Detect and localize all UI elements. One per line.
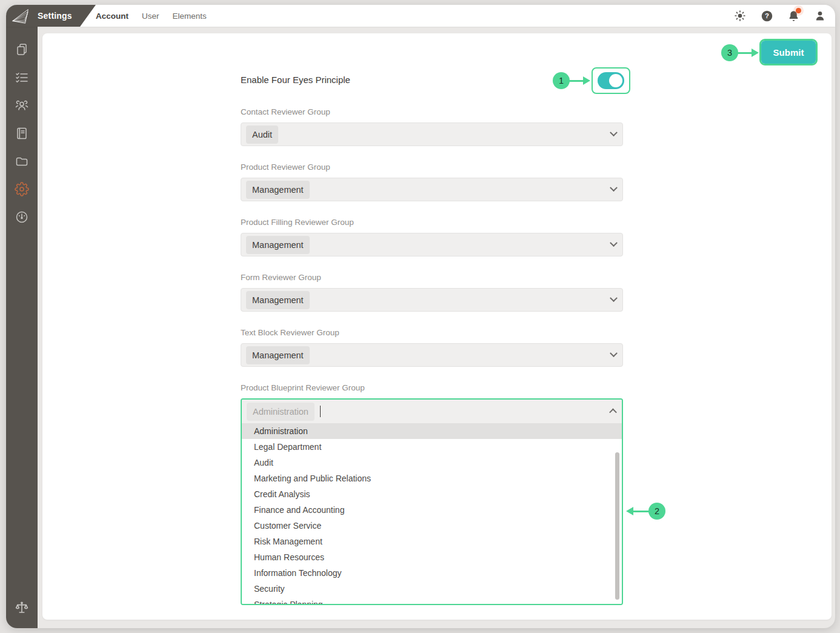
settings-form: Contact Reviewer Group Audit Product Rev…	[241, 107, 623, 620]
field-label: Text Block Reviewer Group	[241, 328, 623, 337]
svg-text:?: ?	[765, 12, 769, 19]
settings-badge-label: Settings	[38, 11, 72, 21]
chevron-up-icon	[609, 409, 617, 417]
dropdown-scrollbar[interactable]	[615, 452, 619, 600]
settings-gear-icon[interactable]	[14, 181, 30, 197]
user-avatar-icon[interactable]	[813, 9, 827, 22]
annotation-arrow-line-2	[633, 511, 650, 512]
dropdown-option[interactable]: Security	[242, 581, 622, 597]
toggle-knob	[609, 74, 622, 87]
selected-value-chip: Management	[246, 236, 310, 254]
field-product-reviewer-group: Product Reviewer Group Management	[241, 162, 623, 201]
topbar-actions: ?	[733, 5, 827, 27]
tab-account[interactable]: Account	[96, 12, 128, 21]
contact-reviewer-select[interactable]: Audit	[241, 122, 623, 146]
help-icon[interactable]: ?	[760, 9, 773, 22]
field-label: Product Filling Reviewer Group	[241, 218, 623, 227]
annotation-marker-3: 3	[721, 44, 738, 61]
field-product-filling-reviewer-group: Product Filling Reviewer Group Managemen…	[241, 218, 623, 256]
dropdown-option[interactable]: Marketing and Public Relations	[242, 471, 622, 486]
dropdown-option-list: Administration Legal Department Audit Ma…	[242, 423, 622, 604]
tab-elements[interactable]: Elements	[173, 12, 207, 21]
field-label: Form Reviewer Group	[241, 273, 623, 282]
selected-value-chip: Audit	[246, 126, 278, 144]
annotation-arrowhead-2	[626, 507, 633, 515]
field-contact-reviewer-group: Contact Reviewer Group Audit	[241, 107, 623, 146]
field-form-reviewer-group: Form Reviewer Group Management	[241, 273, 623, 312]
text-block-reviewer-select[interactable]: Management	[241, 343, 623, 367]
checklist-icon[interactable]	[14, 70, 30, 85]
four-eyes-toggle[interactable]	[598, 72, 624, 89]
topbar-tabs: Account User Elements	[96, 5, 207, 27]
product-reviewer-select[interactable]: Management	[241, 178, 623, 201]
chevron-down-icon	[610, 349, 618, 357]
field-label: Product Blueprint Reviewer Group	[241, 383, 623, 392]
users-icon[interactable]	[14, 98, 30, 113]
product-filling-reviewer-select[interactable]: Management	[241, 233, 623, 256]
dropdown-option[interactable]: Information Technology	[242, 565, 622, 581]
product-blueprint-reviewer-combobox[interactable]: Administration	[242, 400, 622, 423]
annotation-arrow-line-3	[737, 52, 752, 54]
four-eyes-toggle-label: Enable Four Eyes Principle	[241, 75, 350, 85]
field-label: Contact Reviewer Group	[241, 107, 623, 116]
toggle-annotation-box	[592, 67, 630, 94]
dropdown-option[interactable]: Administration	[242, 423, 622, 439]
sidebar-nav	[6, 42, 38, 225]
dropdown-option[interactable]: Legal Department	[242, 439, 622, 455]
submit-button[interactable]: Submit	[761, 41, 816, 64]
form-reviewer-select[interactable]: Management	[241, 288, 623, 312]
dropdown-option[interactable]: Audit	[242, 455, 622, 471]
submit-annotation-box: Submit	[759, 39, 818, 65]
notifications-bell-icon[interactable]	[787, 9, 800, 22]
dropdown-option[interactable]: Human Resources	[242, 549, 622, 565]
dropdown-option[interactable]: Risk Management	[242, 534, 622, 549]
chevron-down-icon	[610, 129, 618, 136]
dropdown-option[interactable]: Credit Analysis	[242, 486, 622, 502]
annotation-arrow-line-1	[568, 80, 583, 82]
app-logo-icon	[9, 5, 32, 27]
selected-value-chip: Management	[246, 291, 310, 309]
settings-badge: Settings	[6, 5, 96, 27]
content-card: Submit Enable Four Eyes Principle Contac…	[42, 33, 832, 620]
annotation-marker-2: 2	[648, 503, 665, 520]
sidebar	[6, 5, 38, 628]
balance-scale-icon[interactable]	[14, 600, 30, 616]
annotation-arrowhead-1	[583, 76, 590, 85]
book-icon[interactable]	[14, 126, 30, 141]
annotation-marker-1: 1	[553, 72, 570, 89]
folder-icon[interactable]	[14, 153, 30, 169]
brightness-icon[interactable]	[733, 9, 747, 22]
notification-dot	[796, 8, 801, 13]
tab-user[interactable]: User	[142, 12, 159, 21]
gauge-icon[interactable]	[14, 209, 30, 225]
field-label: Product Reviewer Group	[241, 162, 623, 172]
dropdown-option[interactable]: Finance and Accounting	[242, 502, 622, 518]
chevron-down-icon	[610, 294, 618, 302]
dropdown-option[interactable]: Strategic Planning	[242, 597, 622, 604]
chevron-down-icon	[610, 239, 618, 247]
documents-icon[interactable]	[14, 42, 30, 58]
app-window: Settings Account User Elements	[6, 5, 835, 628]
text-cursor	[320, 406, 321, 417]
selected-value-chip: Management	[246, 181, 310, 199]
selected-value-chip: Management	[246, 346, 310, 364]
selected-value-chip: Administration	[247, 403, 315, 421]
field-text-block-reviewer-group: Text Block Reviewer Group Management	[241, 328, 623, 367]
field-product-blueprint-reviewer-group: Product Blueprint Reviewer Group Adminis…	[241, 383, 623, 605]
annotation-arrowhead-3	[752, 49, 759, 57]
screen: Settings Account User Elements	[0, 0, 840, 633]
dropdown-annotation-box: Administration Administration Legal Depa…	[241, 398, 623, 605]
dropdown-option[interactable]: Customer Service	[242, 518, 622, 534]
chevron-down-icon	[610, 184, 618, 192]
